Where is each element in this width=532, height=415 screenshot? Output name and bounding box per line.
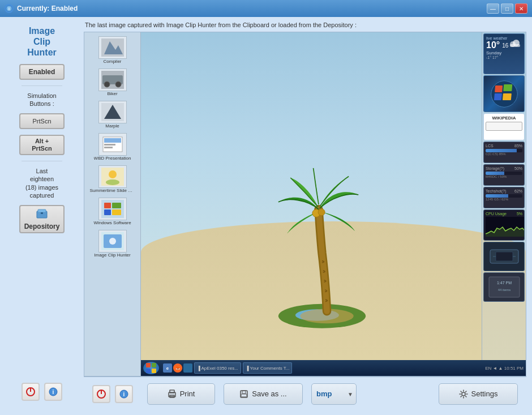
toolbar-power-icon[interactable] xyxy=(92,385,110,403)
thumbnail-compiler[interactable]: Compiler xyxy=(87,35,138,66)
window-controls: — □ ✕ xyxy=(487,3,527,14)
svg-text:1:47 PM: 1:47 PM xyxy=(496,281,511,285)
widget-cpu-label: CPU Usage5% xyxy=(486,212,522,216)
svg-rect-41 xyxy=(152,369,156,373)
thumbnail-img-marple xyxy=(98,101,127,123)
settings-icon xyxy=(459,390,468,399)
minimize-button[interactable]: — xyxy=(487,3,499,14)
thumbnail-img-wbd xyxy=(98,133,127,156)
widget-misc1-svg xyxy=(487,245,521,268)
fake-taskbar: e 🦊 ▐ ApExel 0350 res... ▐ Your Comments… xyxy=(141,360,526,376)
svg-rect-29 xyxy=(112,209,121,215)
thumbnail-img-biker xyxy=(98,69,127,91)
svg-text:i: i xyxy=(123,391,125,397)
widgets-panel: live weather 10° 16 Sunday -1° 17° xyxy=(482,32,526,360)
svg-rect-48 xyxy=(503,84,512,91)
format-select-wrapper: bmp png jpg gif tiff ▼ xyxy=(311,383,357,405)
thumbnail-marple[interactable]: Marple xyxy=(87,99,138,130)
widget-weather: live weather 10° 16 Sunday -1° 17° xyxy=(483,33,525,74)
svg-text:i: i xyxy=(53,389,54,395)
title-bar: i Currently: Enabled — □ ✕ xyxy=(0,0,532,17)
taskbar-start-button xyxy=(143,362,159,374)
thumbnail-img-slideshow xyxy=(98,165,127,188)
svg-point-32 xyxy=(109,238,116,245)
bottom-icons: i xyxy=(22,383,62,407)
info-icon[interactable]: i xyxy=(44,383,62,401)
taskbar-item-2: ▐ Your Comments T... xyxy=(243,362,293,374)
thumbnail-windows[interactable]: Windows Software xyxy=(87,196,138,227)
widget-disk2-label: Storage(?)50% xyxy=(486,166,522,170)
maximize-button[interactable]: □ xyxy=(501,3,513,14)
svg-point-23 xyxy=(109,170,117,178)
thumbnail-img-imageclip xyxy=(98,230,127,253)
svg-rect-55 xyxy=(496,252,513,261)
svg-rect-50 xyxy=(502,93,511,100)
taskbar-ff-icon: 🦊 xyxy=(173,363,182,373)
settings-label: Settings xyxy=(471,390,498,398)
palm-tree-svg xyxy=(265,161,379,331)
thumbnail-strip[interactable]: Compiler Biker xyxy=(84,32,141,376)
widget-disk2-info: M45DC / 50% xyxy=(486,175,522,178)
widget-windows-logo xyxy=(483,75,525,112)
widget-disk1-info: C(C:C5) 85% xyxy=(486,152,522,156)
widget-misc2-svg: 1:47 PM 44 items xyxy=(487,275,521,299)
divider-2 xyxy=(22,161,62,161)
thumbnail-wbd[interactable]: WBD Presentation xyxy=(87,131,138,162)
thumbnail-img-windows xyxy=(98,198,127,220)
svg-rect-38 xyxy=(146,363,151,367)
svg-rect-26 xyxy=(104,203,111,208)
svg-rect-70 xyxy=(241,394,247,397)
svg-rect-39 xyxy=(152,363,156,367)
svg-rect-65 xyxy=(170,390,174,393)
svg-rect-4 xyxy=(41,212,43,214)
taskbar-folder-icon xyxy=(183,363,192,373)
widget-temp2: 16 xyxy=(502,42,508,49)
print-label: Print xyxy=(180,390,195,398)
svg-rect-3 xyxy=(38,209,46,212)
thumbnail-label-marple: Marple xyxy=(105,123,119,129)
toolbar-info-icon[interactable]: i xyxy=(115,385,133,403)
divider-1 xyxy=(22,85,62,86)
thumbnail-slideshow[interactable]: Summertime Slide Show xyxy=(87,164,138,195)
thumbnail-img-compiler xyxy=(98,36,127,59)
print-button[interactable]: Print xyxy=(147,383,215,405)
sidebar-content: ImageClipHunter Enabled SimulationButton… xyxy=(19,25,65,376)
close-button[interactable]: ✕ xyxy=(515,3,527,14)
power-icon[interactable] xyxy=(22,383,40,401)
settings-button[interactable]: Settings xyxy=(439,383,518,405)
thumbnail-label-biker: Biker xyxy=(107,91,117,96)
format-select[interactable]: bmp png jpg gif tiff xyxy=(311,383,357,405)
svg-rect-27 xyxy=(112,203,121,208)
content-area: The last image captured with Image Clip … xyxy=(84,17,532,415)
depository-icon xyxy=(36,208,48,221)
prtscn-button[interactable]: PrtScn xyxy=(19,113,65,129)
print-icon xyxy=(168,390,177,399)
bottom-toolbar: i Print Save as ... xyxy=(84,377,526,410)
widget-temperature: 10° xyxy=(486,40,500,50)
depository-button[interactable]: Depository xyxy=(19,205,65,233)
svg-rect-28 xyxy=(104,209,111,215)
thumbnail-label-compiler: Compiler xyxy=(103,59,121,64)
taskbar-right: EN ◄ ▲ 10:51 PM xyxy=(485,366,524,371)
thumbnail-biker[interactable]: Biker xyxy=(87,67,138,98)
widget-cpu-graph xyxy=(486,217,525,237)
thumbnail-imageclip[interactable]: Image Clip Hunter xyxy=(87,228,138,259)
toolbar-left-icons: i xyxy=(92,385,133,403)
widget-disk3-info: 1245 G5 / 62% xyxy=(486,198,522,201)
widget-wikipedia-title: WIKIPEDIA xyxy=(486,115,522,121)
save-button[interactable]: Save as ... xyxy=(224,383,303,405)
svg-rect-21 xyxy=(104,147,113,148)
widget-disk2: Storage(?)50% M45DC / 50% xyxy=(483,164,525,186)
widget-disk3: Techshot(?)62% 1245 G5 / 62% xyxy=(483,187,525,208)
taskbar-item-1: ▐ ApExel 0350 res... xyxy=(194,362,241,374)
widget-day: Sunday xyxy=(486,50,522,55)
alt-prtscn-button[interactable]: Alt +PrtScn xyxy=(19,135,65,155)
title-bar-left: i Currently: Enabled xyxy=(5,4,78,13)
thumbnail-label-slideshow: Summertime Slide Show xyxy=(90,188,135,193)
thumbnail-label-imageclip: Image Clip Hunter xyxy=(94,253,130,258)
widget-misc1 xyxy=(483,242,525,271)
enabled-button[interactable]: Enabled xyxy=(19,64,65,80)
last-images-label: Lasteighteen(18) imagescaptured xyxy=(25,167,58,199)
top-description: The last image captured with Image Clip … xyxy=(84,22,526,28)
app-title: ImageClipHunter xyxy=(27,25,57,58)
